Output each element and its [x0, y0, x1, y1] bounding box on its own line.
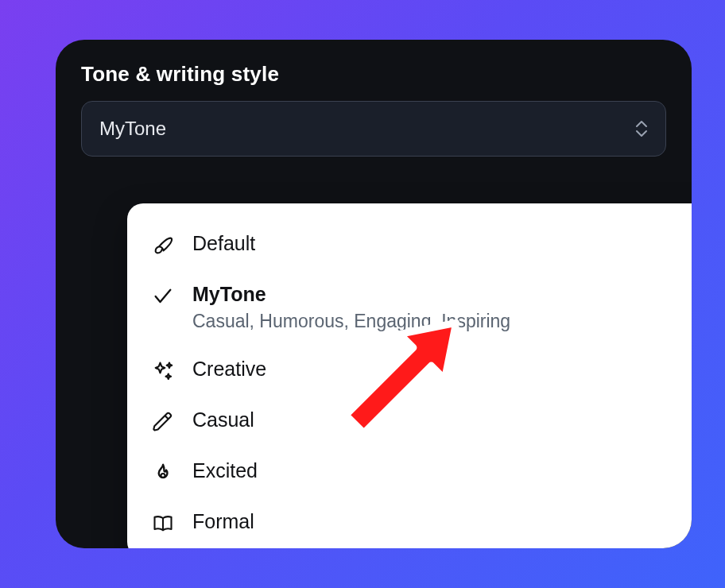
book-icon: [149, 510, 176, 537]
option-default[interactable]: Default: [127, 219, 692, 270]
option-label: Creative: [192, 356, 266, 382]
option-mytone[interactable]: MyTone Casual, Humorous, Engaging, Inspi…: [127, 270, 692, 345]
option-casual[interactable]: Casual: [127, 396, 692, 447]
sparkle-icon: [149, 358, 176, 385]
option-label: Excited: [192, 458, 258, 484]
tone-dropdown: Default MyTone Casual, Humorous, Engagin…: [127, 203, 692, 548]
option-creative[interactable]: Creative: [127, 345, 692, 396]
brush-icon: [149, 232, 176, 259]
pencil-icon: [149, 408, 176, 435]
option-label: Default: [192, 230, 255, 257]
option-formal[interactable]: Formal: [127, 497, 692, 548]
select-value: MyTone: [99, 118, 166, 140]
option-label: Formal: [192, 509, 254, 535]
fire-icon: [149, 459, 176, 486]
option-subtitle: Casual, Humorous, Engaging, Inspiring: [192, 309, 510, 334]
chevron-up-down-icon: [635, 120, 648, 137]
check-icon: [149, 283, 176, 310]
panel-title: Tone & writing style: [81, 62, 666, 87]
option-label: MyTone: [192, 281, 510, 308]
tone-select[interactable]: MyTone: [81, 101, 666, 157]
option-label: Casual: [192, 407, 254, 433]
svg-point-0: [161, 473, 165, 477]
tone-panel: Tone & writing style MyTone ITI Default: [56, 40, 692, 548]
option-excited[interactable]: Excited: [127, 447, 692, 497]
